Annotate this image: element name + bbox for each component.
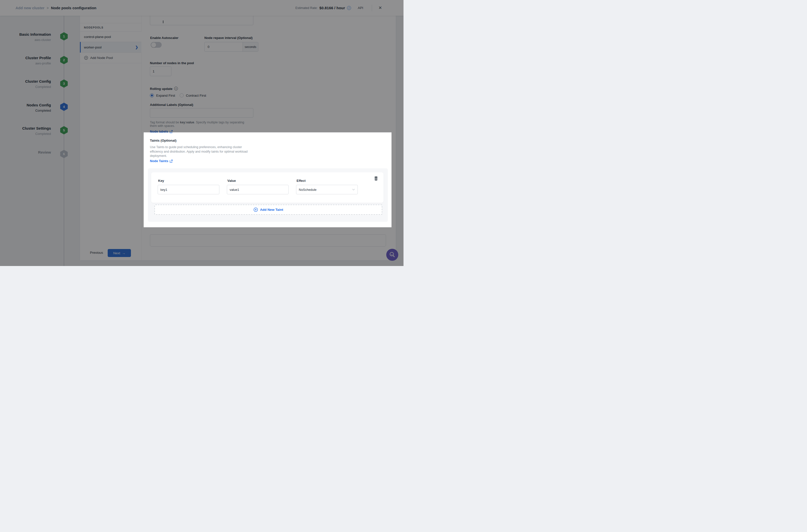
- external-link-icon: [170, 159, 173, 163]
- taint-effect-label: Effect: [297, 179, 305, 183]
- taint-effect-value: NoSchedule: [299, 188, 317, 192]
- nodepools-header: NODEPOOLS: [80, 23, 142, 32]
- api-link[interactable]: API: [358, 6, 363, 10]
- breadcrumb-separator: >: [47, 6, 49, 10]
- next-button[interactable]: Next →: [108, 249, 131, 257]
- radio-expand-first[interactable]: [150, 93, 154, 97]
- taints-section-title: Taints (Optional): [150, 139, 176, 142]
- node-repave-interval-unit: seconds: [243, 42, 258, 52]
- node-repave-interval-label: Node repave interval (Optional): [204, 36, 252, 40]
- plus-circle-icon: [254, 208, 258, 212]
- toggle-knob: [151, 42, 156, 48]
- step-subtitle: aws-cluster: [0, 38, 51, 42]
- step-badge-5: 5: [60, 126, 68, 134]
- node-repave-interval-input[interactable]: 0: [205, 42, 243, 52]
- add-node-pool-button[interactable]: Add Node Pool: [80, 53, 142, 63]
- step-badge-3: 3: [60, 79, 68, 88]
- node-labels-link[interactable]: Node labels: [150, 130, 173, 133]
- step-title: Cluster Config: [0, 79, 51, 84]
- step-subtitle: aws-profile: [0, 61, 51, 66]
- taint-value-label: Value: [227, 179, 236, 183]
- step-badge-2: 2: [60, 56, 68, 64]
- close-icon[interactable]: ✕: [378, 6, 382, 10]
- enable-autoscaler-label: Enable Autoscaler: [150, 36, 179, 40]
- step-title: Review: [0, 150, 51, 155]
- node-taints-link[interactable]: Node Taints: [150, 159, 173, 163]
- step-basic-information[interactable]: Basic Information aws-cluster: [0, 32, 51, 42]
- step-cluster-profile[interactable]: Cluster Profile aws-profile: [0, 55, 51, 66]
- rolling-update-label: Rolling update: [150, 87, 172, 91]
- step-cluster-settings[interactable]: Cluster Settings Completed: [0, 126, 51, 136]
- step-title: Cluster Settings: [0, 126, 51, 131]
- number-of-nodes-label: Number of nodes in the pool: [150, 61, 194, 65]
- estimated-rate-value: $0.8166 / hour: [319, 6, 345, 10]
- taint-key-label: Key: [158, 179, 164, 183]
- previous-button[interactable]: Previous: [90, 251, 103, 254]
- labels-help-text: Tag format should be key:value. Specify …: [150, 121, 250, 128]
- header-divider: [372, 5, 372, 11]
- next-section-cutoff-box: [150, 234, 386, 247]
- cutoff-text-artifact: [163, 20, 163, 23]
- step-badge-4: 4: [60, 103, 68, 111]
- chevron-down-icon: [352, 189, 355, 191]
- estimated-rate-label: Estimated Rate:: [295, 6, 318, 10]
- delete-taint-button[interactable]: [374, 176, 378, 181]
- nodepool-label: control-plane-pool: [84, 35, 111, 39]
- step-nodes-config[interactable]: Nodes Config Completed: [0, 103, 51, 113]
- radio-contract-first-label[interactable]: Contract First: [186, 94, 206, 97]
- radio-contract-first[interactable]: [180, 93, 184, 97]
- step-title: Basic Information: [0, 32, 51, 37]
- taint-value-input[interactable]: [227, 185, 288, 194]
- step-subtitle: Completed: [0, 108, 51, 113]
- chevron-right-icon: ❯: [135, 45, 138, 49]
- rate-info-icon[interactable]: i: [347, 6, 351, 10]
- enable-autoscaler-toggle[interactable]: [151, 42, 162, 48]
- add-new-taint-button[interactable]: Add New Taint: [154, 205, 382, 215]
- add-node-pool-label: Add Node Pool: [90, 56, 113, 60]
- wizard-header: Add new cluster > Node pools configurati…: [0, 0, 404, 16]
- step-cluster-config[interactable]: Cluster Config Completed: [0, 79, 51, 89]
- nodepool-item-control-plane-pool[interactable]: control-plane-pool: [80, 32, 142, 42]
- nodepool-item-worker-pool[interactable]: worker-pool ❯: [80, 42, 142, 53]
- taints-description: Use Taints to guide pod scheduling prefe…: [150, 145, 248, 158]
- additional-labels-label: Additional Labels (Optional): [150, 103, 193, 107]
- external-link-icon: [170, 130, 173, 133]
- arrow-right-icon: →: [122, 251, 126, 255]
- help-widget-button[interactable]: [386, 249, 398, 261]
- breadcrumb-parent-link[interactable]: Add new cluster: [16, 6, 44, 10]
- step-title: Nodes Config: [0, 103, 51, 108]
- additional-labels-input[interactable]: [150, 108, 254, 118]
- taint-key-input[interactable]: [158, 185, 219, 194]
- search-smile-icon: [389, 251, 395, 258]
- node-repave-interval-field: 0 seconds: [204, 42, 258, 52]
- taint-effect-select[interactable]: NoSchedule: [296, 185, 358, 194]
- step-review[interactable]: Review: [0, 150, 51, 155]
- nodepool-label: worker-pool: [84, 45, 102, 49]
- stepper-connector-line: [64, 16, 64, 266]
- step-badge-1: 1: [60, 32, 68, 40]
- step-badge-6: 6: [60, 150, 68, 158]
- step-subtitle: Completed: [0, 132, 51, 136]
- step-subtitle: Completed: [0, 85, 51, 89]
- plus-circle-icon: [84, 56, 88, 60]
- number-of-nodes-input[interactable]: [150, 66, 171, 76]
- page-title: Node pools configuration: [51, 6, 96, 10]
- step-title: Cluster Profile: [0, 55, 51, 60]
- breadcrumb: Add new cluster > Node pools configurati…: [16, 0, 96, 16]
- radio-expand-first-label[interactable]: Expand First: [156, 94, 175, 97]
- header-right-actions: Estimated Rate: $0.8166 / hour i API ✕: [295, 0, 382, 16]
- rolling-update-info-icon[interactable]: i: [174, 87, 178, 90]
- node-pools-configuration-page: Basic Information aws-cluster 1 Cluster …: [0, 0, 404, 266]
